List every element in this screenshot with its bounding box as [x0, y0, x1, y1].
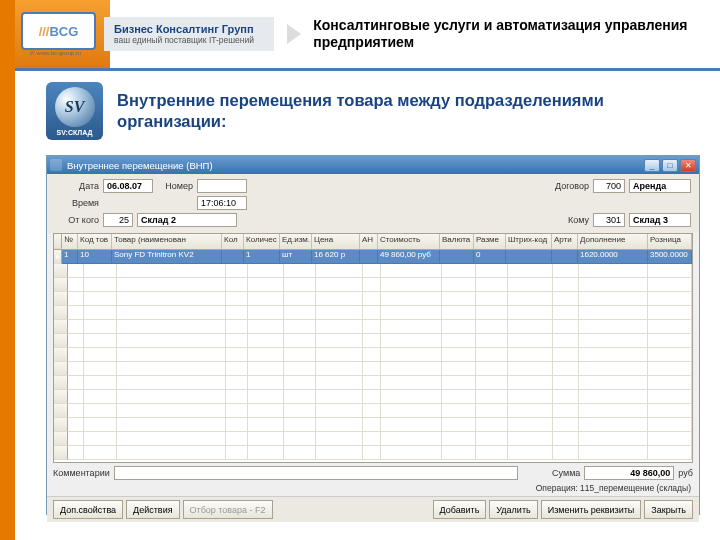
cell[interactable] [442, 376, 476, 390]
cell[interactable] [381, 376, 442, 390]
cell[interactable] [316, 264, 364, 278]
row-handle[interactable] [54, 250, 62, 264]
cell[interactable] [248, 390, 284, 404]
cell[interactable] [381, 278, 442, 292]
cell[interactable] [226, 264, 248, 278]
table-row[interactable] [54, 362, 692, 376]
cell[interactable] [117, 264, 226, 278]
cell[interactable] [381, 432, 442, 446]
cell[interactable] [508, 264, 554, 278]
delete-button[interactable]: Удалить [489, 500, 537, 519]
from-code-field[interactable]: 25 [103, 213, 133, 227]
cell[interactable] [579, 320, 648, 334]
cell[interactable] [68, 264, 84, 278]
cell[interactable] [84, 390, 118, 404]
table-row[interactable] [54, 432, 692, 446]
cell[interactable] [508, 390, 554, 404]
cell[interactable] [316, 376, 364, 390]
cell[interactable] [553, 320, 579, 334]
cell[interactable] [363, 334, 381, 348]
cell[interactable] [68, 418, 84, 432]
comment-field[interactable] [114, 466, 518, 480]
cell[interactable] [68, 432, 84, 446]
cell[interactable] [226, 278, 248, 292]
cell[interactable] [648, 446, 692, 460]
cell[interactable] [553, 362, 579, 376]
cell[interactable] [68, 404, 84, 418]
cell[interactable] [363, 292, 381, 306]
table-row[interactable] [54, 404, 692, 418]
cell[interactable]: 16 620 р [312, 250, 360, 264]
cell[interactable] [284, 278, 316, 292]
cell[interactable] [226, 404, 248, 418]
cell[interactable] [508, 376, 554, 390]
cell[interactable] [316, 292, 364, 306]
cell[interactable] [553, 292, 579, 306]
cell[interactable] [579, 446, 648, 460]
cell[interactable] [84, 348, 118, 362]
cell[interactable] [84, 306, 118, 320]
cell[interactable] [442, 278, 476, 292]
cell[interactable] [476, 320, 508, 334]
row-handle[interactable] [54, 264, 68, 278]
cell[interactable] [84, 376, 118, 390]
cell[interactable] [476, 348, 508, 362]
cell[interactable]: 49 860,00 руб [378, 250, 440, 264]
cell[interactable] [284, 376, 316, 390]
table-row[interactable] [54, 334, 692, 348]
row-handle[interactable] [54, 334, 68, 348]
cell[interactable]: шт [280, 250, 312, 264]
cell[interactable] [248, 348, 284, 362]
cell[interactable] [553, 376, 579, 390]
col-header[interactable]: Дополнение [578, 234, 648, 249]
cell[interactable] [381, 264, 442, 278]
cell[interactable] [248, 306, 284, 320]
cell[interactable] [68, 348, 84, 362]
cell[interactable] [84, 446, 118, 460]
add-button[interactable]: Добавить [433, 500, 487, 519]
cell[interactable] [222, 250, 244, 264]
cell[interactable] [316, 278, 364, 292]
cell[interactable] [117, 404, 226, 418]
cell[interactable] [648, 306, 692, 320]
to-code-field[interactable]: 301 [593, 213, 625, 227]
date-field[interactable]: 06.08.07 [103, 179, 153, 193]
cell[interactable] [476, 432, 508, 446]
col-header[interactable]: Товар (наименован [112, 234, 222, 249]
cell[interactable] [248, 334, 284, 348]
cell[interactable] [117, 292, 226, 306]
row-handle[interactable] [54, 306, 68, 320]
maximize-button[interactable]: □ [662, 159, 678, 172]
cell[interactable] [508, 404, 554, 418]
cell[interactable] [316, 334, 364, 348]
cell[interactable] [248, 264, 284, 278]
cell[interactable] [363, 278, 381, 292]
row-handle[interactable] [54, 348, 68, 362]
cell[interactable] [476, 264, 508, 278]
cell[interactable] [316, 362, 364, 376]
data-grid[interactable]: №Код товТовар (наименованКолКоличесЕд.из… [53, 233, 693, 463]
cell[interactable] [381, 292, 442, 306]
cell[interactable] [381, 404, 442, 418]
cell[interactable] [226, 292, 248, 306]
cell[interactable] [68, 446, 84, 460]
cell[interactable] [440, 250, 474, 264]
cell[interactable] [579, 292, 648, 306]
cell[interactable] [648, 418, 692, 432]
time-field[interactable]: 17:06:10 [197, 196, 247, 210]
cell[interactable] [68, 278, 84, 292]
cell[interactable] [117, 432, 226, 446]
minimize-button[interactable]: _ [644, 159, 660, 172]
col-header[interactable]: Штрих-код [506, 234, 552, 249]
cell[interactable]: Sony FD Trinitron KV2 [112, 250, 222, 264]
actions-button[interactable]: Действия [126, 500, 179, 519]
cell[interactable] [648, 404, 692, 418]
cell[interactable] [579, 348, 648, 362]
cell[interactable] [579, 376, 648, 390]
cell[interactable] [579, 264, 648, 278]
cell[interactable] [363, 432, 381, 446]
cell[interactable] [508, 418, 554, 432]
cell[interactable] [117, 278, 226, 292]
cell[interactable] [226, 446, 248, 460]
cell[interactable]: 1620.0000 [578, 250, 648, 264]
